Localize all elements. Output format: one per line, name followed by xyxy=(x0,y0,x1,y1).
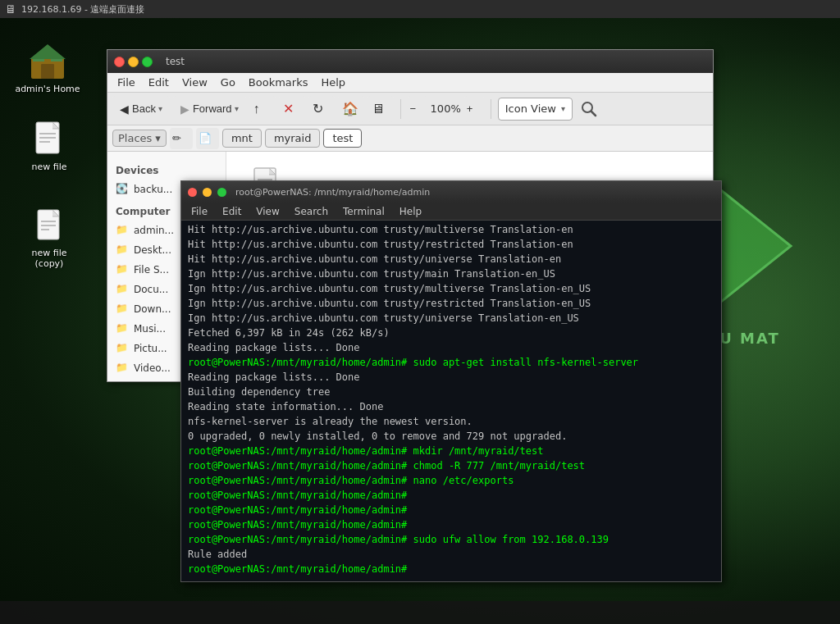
places-text: Places xyxy=(118,132,152,144)
terminal-line: 0 upgraded, 0 newly installed, 0 to remo… xyxy=(188,429,714,444)
svg-line-16 xyxy=(591,112,596,116)
back-label: Back xyxy=(132,102,156,115)
forward-button[interactable]: ▶ Forward ▾ xyxy=(173,96,246,122)
folder-icon-desktop: 📁 xyxy=(116,244,129,257)
desktop: 🖥 192.168.1.69 - 遠端桌面連接 admin's Home xyxy=(0,0,840,624)
menu-help[interactable]: Help xyxy=(314,75,352,90)
view-select[interactable]: Icon View ▾ xyxy=(498,98,573,121)
places-label[interactable]: Places ▾ xyxy=(112,130,167,147)
up-button[interactable]: ↑ xyxy=(249,96,276,122)
sidebar-videos-label: Video... xyxy=(134,362,171,374)
terminal-line: root@PowerNAS:/mnt/myraid/home/admin# xyxy=(188,517,714,532)
home-button[interactable]: 🏠 xyxy=(338,96,364,122)
terminal-line: Ign http://us.archive.ubuntu.com trusty/… xyxy=(188,281,714,296)
search-button[interactable] xyxy=(576,96,602,122)
minimize-button[interactable] xyxy=(128,57,139,67)
svg-rect-2 xyxy=(41,64,54,79)
menu-go[interactable]: Go xyxy=(214,75,242,90)
sidebar-admin-label: admin... xyxy=(134,225,174,236)
folder-icon-downloads: 📁 xyxy=(116,303,129,316)
places-arrow: ▾ xyxy=(155,132,161,144)
zoom-out-button[interactable]: − xyxy=(408,96,427,122)
location-edit-button[interactable]: ✏ xyxy=(170,128,193,149)
new-file-copy-icon xyxy=(30,205,69,244)
terminal-menu-help[interactable]: Help xyxy=(393,204,428,219)
menu-edit[interactable]: Edit xyxy=(142,75,176,90)
reload-button[interactable]: ↻ xyxy=(308,96,335,122)
menu-view[interactable]: View xyxy=(176,75,214,90)
terminal-menu-view[interactable]: View xyxy=(249,204,285,219)
sidebar-pics-label: Pictu... xyxy=(134,343,167,354)
terminal-line: Ign http://us.archive.ubuntu.com trusty/… xyxy=(188,266,714,281)
file-manager-toolbar: ◀ Back ▾ ▶ Forward ▾ ↑ ✕ ↻ xyxy=(107,93,713,125)
computer-button[interactable]: 🖥 xyxy=(368,96,394,122)
desktop-icon-newfile[interactable]: new file xyxy=(16,119,82,172)
folder-icon-docs: 📁 xyxy=(116,283,129,296)
folder-icon-videos: 📁 xyxy=(116,362,129,375)
window-controls xyxy=(114,57,153,67)
remote-titlebar: 🖥 192.168.1.69 - 遠端桌面連接 xyxy=(0,0,840,18)
menu-bookmarks[interactable]: Bookmarks xyxy=(242,75,315,90)
terminal-line: Hit http://us.archive.ubuntu.com trusty/… xyxy=(188,237,714,252)
terminal-line: root@PowerNAS:/mnt/myraid/home/admin# xyxy=(188,503,714,517)
folder-icon-admin: 📁 xyxy=(116,224,129,237)
terminal-line: root@PowerNAS:/mnt/myraid/home/admin# xyxy=(188,488,714,503)
new-file-icon xyxy=(30,119,69,158)
terminal-line: root@PowerNAS:/mnt/myraid/home/admin# xyxy=(188,562,714,576)
terminal-window: root@PowerNAS: /mnt/myraid/home/admin Fi… xyxy=(180,180,722,582)
location-bar: Places ▾ ✏ 📄 mnt myraid test xyxy=(107,125,713,152)
terminal-line: Hit http://us.archive.ubuntu.com trusty/… xyxy=(188,222,714,237)
remote-icon: 🖥 xyxy=(5,2,16,16)
terminal-window-controls xyxy=(188,188,229,197)
desktop-icon-home[interactable]: admin's Home xyxy=(15,41,80,94)
disk-icon: 💽 xyxy=(116,183,129,196)
stop-button[interactable]: ✕ xyxy=(279,96,305,122)
terminal-line: Fetched 6,397 kB in 24s (262 kB/s) xyxy=(188,326,714,340)
terminal-line: Hit http://us.archive.ubuntu.com trusty/… xyxy=(188,252,714,266)
zoom-in-button[interactable]: + xyxy=(464,96,484,122)
sidebar-item-backup-label: backu... xyxy=(134,184,172,195)
terminal-line: Ign http://us.archive.ubuntu.com trusty/… xyxy=(188,311,714,326)
svg-rect-4 xyxy=(44,59,51,62)
breadcrumb-test[interactable]: test xyxy=(323,129,362,148)
folder-icon-pics: 📁 xyxy=(116,342,129,355)
menu-file[interactable]: File xyxy=(111,75,142,90)
file-manager-menubar: File Edit View Go Bookmarks Help xyxy=(107,73,713,93)
location-bookmark-button[interactable]: 📄 xyxy=(196,128,219,149)
forward-label: Forward xyxy=(193,102,232,115)
sidebar-music-label: Musi... xyxy=(134,323,166,335)
home-icon xyxy=(28,41,67,80)
zoom-control: − 100% + xyxy=(408,96,484,122)
terminal-minimize-button[interactable] xyxy=(203,188,212,197)
desktop-icon-newfile-copy[interactable]: new file (copy) xyxy=(16,205,82,269)
maximize-button[interactable] xyxy=(142,57,153,67)
folder-icon-music: 📁 xyxy=(116,322,129,335)
breadcrumb-myraid[interactable]: myraid xyxy=(265,129,321,148)
forward-arrow: ▾ xyxy=(235,104,239,113)
sidebar-desktop-label: Deskt... xyxy=(134,244,171,256)
sidebar-files-label: File S... xyxy=(134,264,169,276)
toolbar-sep-1 xyxy=(400,99,401,119)
terminal-menu-search[interactable]: Search xyxy=(288,204,335,219)
terminal-title: root@PowerNAS: /mnt/myraid/home/admin xyxy=(235,187,430,198)
close-button[interactable] xyxy=(114,57,125,67)
terminal-menu-edit[interactable]: Edit xyxy=(216,204,248,219)
breadcrumb-mnt[interactable]: mnt xyxy=(222,129,262,148)
terminal-menu-terminal[interactable]: Terminal xyxy=(336,204,391,219)
terminal-line: Rule added xyxy=(188,547,714,562)
terminal-maximize-button[interactable] xyxy=(217,188,226,197)
sidebar-docs-label: Docu... xyxy=(134,284,168,295)
folder-icon-files: 📁 xyxy=(116,263,129,276)
file-manager-title: test xyxy=(166,56,185,67)
toolbar-sep-2 xyxy=(491,99,491,119)
terminal-line: root@PowerNAS:/mnt/myraid/home/admin# su… xyxy=(188,532,714,547)
terminal-menu-file[interactable]: File xyxy=(185,204,214,219)
back-button[interactable]: ◀ Back ▾ xyxy=(112,96,170,122)
terminal-content[interactable]: Hit http://us.archive.ubuntu.com trusty/… xyxy=(181,221,721,581)
svg-marker-1 xyxy=(30,44,66,59)
view-select-label: Icon View xyxy=(505,102,556,115)
terminal-close-button[interactable] xyxy=(188,188,197,197)
terminal-line: Reading package lists... Done xyxy=(188,340,714,355)
view-select-arrow: ▾ xyxy=(561,104,565,113)
sidebar-downloads-label: Down... xyxy=(134,303,171,315)
